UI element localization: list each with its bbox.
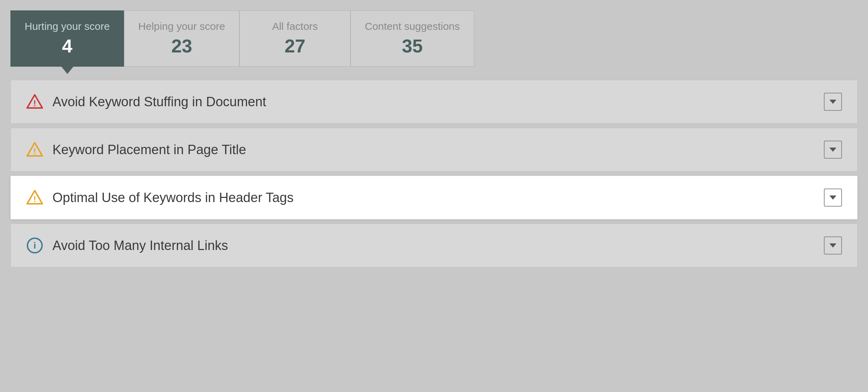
svg-text:i: i — [33, 240, 36, 251]
svg-text:!: ! — [33, 147, 36, 156]
tabs-container: Hurting your score 4 Helping your score … — [10, 10, 858, 67]
tab-content-suggestions-label: Content suggestions — [365, 20, 460, 32]
factor-text-internal-links: Avoid Too Many Internal Links — [52, 238, 228, 253]
tab-all-factors[interactable]: All factors 27 — [239, 10, 350, 67]
factor-row-keyword-header[interactable]: ! Optimal Use of Keywords in Header Tags — [10, 176, 858, 219]
factor-dropdown-button-keyword-placement[interactable] — [824, 141, 842, 159]
tab-all-factors-label: All factors — [272, 20, 318, 32]
factor-dropdown-button-internal-links[interactable] — [824, 236, 842, 255]
svg-text:!: ! — [33, 194, 36, 204]
chevron-down-icon — [829, 243, 836, 248]
tab-helping-count: 23 — [171, 35, 192, 57]
factor-row-internal-links[interactable]: i Avoid Too Many Internal Links — [10, 224, 858, 267]
chevron-down-icon — [829, 195, 836, 200]
factors-list: ! Avoid Keyword Stuffing in Document ! K… — [10, 80, 858, 267]
info-blue-icon: i — [26, 237, 43, 254]
tab-content-suggestions[interactable]: Content suggestions 35 — [350, 10, 474, 67]
tab-hurting-label: Hurting your score — [25, 20, 110, 32]
factor-text-keyword-header: Optimal Use of Keywords in Header Tags — [52, 190, 294, 205]
factor-left: ! Keyword Placement in Page Title — [26, 141, 246, 158]
tab-all-factors-count: 27 — [284, 35, 305, 57]
tab-content-suggestions-count: 35 — [402, 35, 423, 57]
warning-orange-icon: ! — [26, 141, 43, 158]
factor-text-keyword-stuffing: Avoid Keyword Stuffing in Document — [52, 94, 266, 109]
factor-row-keyword-placement[interactable]: ! Keyword Placement in Page Title — [10, 128, 858, 172]
warning-orange-icon-2: ! — [26, 189, 43, 206]
factor-left: ! Avoid Keyword Stuffing in Document — [26, 93, 266, 110]
svg-text:!: ! — [33, 99, 36, 108]
tab-hurting[interactable]: Hurting your score 4 — [10, 10, 124, 67]
tab-helping[interactable]: Helping your score 23 — [124, 10, 239, 67]
warning-red-icon: ! — [26, 93, 43, 110]
factor-left: i Avoid Too Many Internal Links — [26, 237, 228, 254]
factor-dropdown-button-keyword-stuffing[interactable] — [824, 93, 842, 111]
tab-hurting-count: 4 — [62, 35, 73, 57]
tab-helping-label: Helping your score — [138, 20, 225, 32]
tab-active-arrow — [61, 66, 74, 74]
factor-row-keyword-stuffing[interactable]: ! Avoid Keyword Stuffing in Document — [10, 80, 858, 124]
chevron-down-icon — [829, 148, 836, 152]
factor-left: ! Optimal Use of Keywords in Header Tags — [26, 189, 294, 206]
factor-text-keyword-placement: Keyword Placement in Page Title — [52, 142, 246, 157]
factor-dropdown-button-keyword-header[interactable] — [824, 189, 842, 207]
chevron-down-icon — [829, 100, 836, 104]
